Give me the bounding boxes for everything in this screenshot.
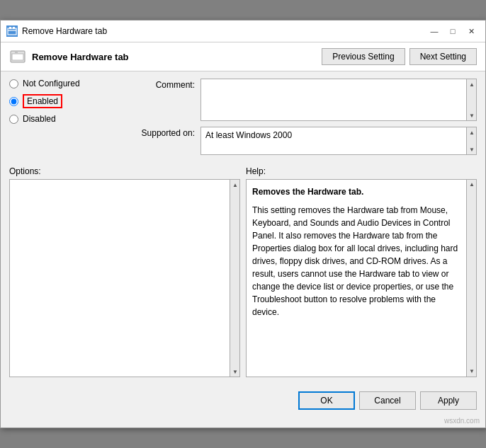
- help-title: Help:: [246, 166, 477, 176]
- radio-group: Not Configured Enabled Disabled: [9, 79, 123, 161]
- options-scroll-up[interactable]: ▲: [230, 180, 240, 190]
- comment-scrollbar[interactable]: ▲ ▼: [466, 79, 476, 120]
- previous-setting-button[interactable]: Previous Setting: [322, 48, 405, 65]
- apply-button[interactable]: Apply: [420, 391, 477, 410]
- title-bar-controls: — □ ✕: [426, 25, 480, 38]
- scroll-up-arrow[interactable]: ▲: [467, 79, 477, 89]
- next-setting-button[interactable]: Next Setting: [409, 48, 477, 65]
- main-content: Options: ▲ ▼ Help: Removes the Hardware …: [9, 166, 477, 377]
- right-panel: Comment: ▲ ▼ Supported on: At least Wind…: [131, 79, 477, 161]
- svg-rect-2: [9, 27, 11, 29]
- svg-rect-5: [12, 54, 23, 60]
- help-box: Removes the Hardware tab. This setting r…: [246, 179, 477, 377]
- window-icon: [6, 25, 18, 37]
- enabled-radio[interactable]: [9, 97, 18, 106]
- comment-label: Comment:: [131, 79, 195, 121]
- dialog-body: Not Configured Enabled Disabled Comm: [1, 71, 485, 384]
- help-scrollbar[interactable]: ▲ ▼: [466, 180, 476, 377]
- scroll-down-arrow[interactable]: ▼: [467, 110, 477, 120]
- dialog-header-left: Remove Hardware tab: [9, 48, 129, 65]
- enabled-label: Enabled: [23, 94, 62, 108]
- supported-scroll-up[interactable]: ▲: [467, 127, 477, 137]
- watermark: wsxdn.com: [1, 417, 485, 427]
- supported-label: Supported on:: [131, 127, 195, 155]
- bottom-buttons: OK Cancel Apply: [1, 384, 485, 417]
- comment-box[interactable]: ▲ ▼: [200, 79, 477, 121]
- main-window: Remove Hardware tab — □ ✕ Remove Hardwar…: [0, 20, 486, 428]
- dialog-icon: [9, 48, 26, 65]
- supported-box: At least Windows 2000 ▲ ▼: [200, 127, 477, 155]
- help-scroll-up[interactable]: ▲: [467, 180, 477, 190]
- supported-scrollbar[interactable]: ▲ ▼: [466, 127, 476, 154]
- supported-section: Supported on: At least Windows 2000 ▲ ▼: [131, 127, 477, 155]
- supported-scroll-down[interactable]: ▼: [467, 144, 477, 154]
- enabled-option[interactable]: Enabled: [9, 94, 123, 108]
- svg-rect-6: [15, 51, 18, 53]
- title-bar-left: Remove Hardware tab: [6, 25, 107, 37]
- disabled-option[interactable]: Disabled: [9, 114, 123, 124]
- options-title: Options:: [9, 166, 240, 176]
- dialog-header: Remove Hardware tab Previous Setting Nex…: [1, 42, 485, 71]
- help-content-2: This setting removes the Hardware tab fr…: [252, 204, 462, 318]
- not-configured-label: Not Configured: [23, 79, 80, 88]
- comment-section: Comment: ▲ ▼: [131, 79, 477, 121]
- help-content-1: Removes the Hardware tab.: [252, 185, 462, 198]
- disabled-radio[interactable]: [9, 115, 18, 124]
- svg-rect-3: [13, 27, 15, 29]
- options-scrollbar[interactable]: ▲ ▼: [230, 180, 239, 377]
- window-title: Remove Hardware tab: [22, 26, 107, 36]
- maximize-button[interactable]: □: [444, 25, 461, 38]
- disabled-label: Disabled: [23, 114, 56, 124]
- options-scroll-down[interactable]: ▼: [230, 367, 240, 377]
- ok-button[interactable]: OK: [298, 391, 355, 410]
- cancel-button[interactable]: Cancel: [359, 391, 416, 410]
- help-section: Help: Removes the Hardware tab. This set…: [246, 166, 477, 377]
- options-box: ▲ ▼: [9, 179, 240, 377]
- close-button[interactable]: ✕: [463, 25, 480, 38]
- dialog-title: Remove Hardware tab: [32, 52, 129, 62]
- title-bar: Remove Hardware tab — □ ✕: [1, 21, 485, 42]
- svg-rect-0: [8, 28, 16, 35]
- not-configured-option[interactable]: Not Configured: [9, 79, 123, 88]
- options-section: Options: ▲ ▼: [9, 166, 240, 377]
- help-scroll-down[interactable]: ▼: [467, 367, 477, 377]
- header-buttons: Previous Setting Next Setting: [322, 48, 477, 65]
- minimize-button[interactable]: —: [426, 25, 443, 38]
- not-configured-radio[interactable]: [9, 79, 18, 88]
- supported-value: At least Windows 2000: [205, 130, 292, 140]
